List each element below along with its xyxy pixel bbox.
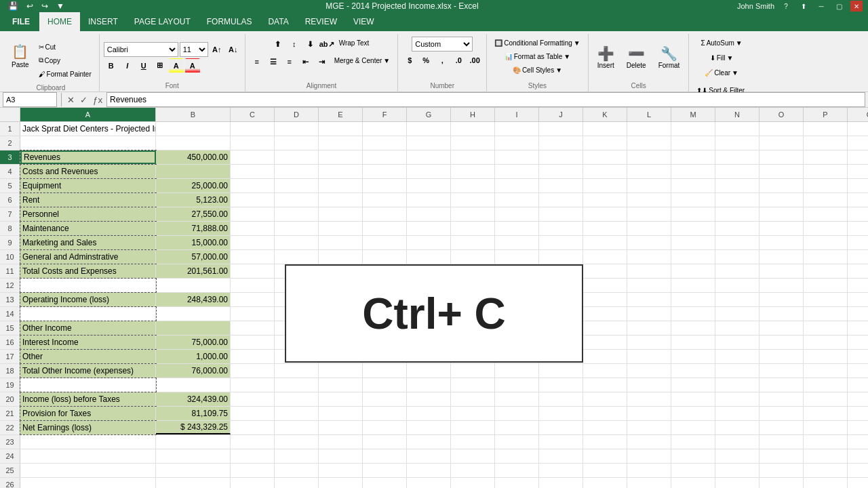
cell-q14[interactable] xyxy=(848,307,868,321)
cell-k10[interactable] xyxy=(583,250,627,264)
cell-c9[interactable] xyxy=(231,236,275,249)
cell-n9[interactable] xyxy=(715,236,760,249)
col-header-d[interactable]: D xyxy=(275,108,319,121)
cell-q15[interactable] xyxy=(848,321,868,335)
insert-function-button[interactable]: ƒx xyxy=(92,94,104,106)
cell-i5[interactable] xyxy=(495,179,539,192)
col-header-e[interactable]: E xyxy=(319,108,363,121)
cell-m22[interactable] xyxy=(671,421,715,434)
cell-c19[interactable] xyxy=(231,378,275,392)
cell-c8[interactable] xyxy=(231,222,275,235)
cell-f19[interactable] xyxy=(363,378,407,392)
cell-q4[interactable] xyxy=(848,165,868,178)
cell-q22[interactable] xyxy=(848,421,868,434)
cell-q10[interactable] xyxy=(848,250,868,264)
cell-a15[interactable]: Other Income xyxy=(20,321,156,335)
col-header-g[interactable]: G xyxy=(407,108,451,121)
cell-f8[interactable] xyxy=(363,222,407,235)
cell-n24[interactable] xyxy=(715,449,760,463)
cell-m17[interactable] xyxy=(671,350,715,363)
cell-a12[interactable] xyxy=(20,279,156,292)
cell-c22[interactable] xyxy=(231,421,275,434)
cell-n12[interactable] xyxy=(715,279,760,292)
cell-k4[interactable] xyxy=(583,165,627,178)
cell-j4[interactable] xyxy=(539,165,583,178)
cell-p3[interactable] xyxy=(804,150,848,164)
cell-n23[interactable] xyxy=(715,435,760,449)
cell-i20[interactable] xyxy=(495,392,539,406)
cell-l19[interactable] xyxy=(627,378,671,392)
cell-i4[interactable] xyxy=(495,165,539,178)
cell-l5[interactable] xyxy=(627,179,671,192)
col-header-h[interactable]: H xyxy=(451,108,495,121)
cell-b6[interactable]: 5,123.00 xyxy=(156,193,231,207)
cell-e2[interactable] xyxy=(319,136,363,150)
cell-q13[interactable] xyxy=(848,293,868,306)
cell-e4[interactable] xyxy=(319,165,363,178)
cell-d21[interactable] xyxy=(275,407,319,420)
cell-p13[interactable] xyxy=(804,293,848,306)
number-format-select[interactable]: Custom General Number Currency Accountin… xyxy=(412,37,473,52)
cell-c6[interactable] xyxy=(231,193,275,207)
cell-m20[interactable] xyxy=(671,392,715,406)
cell-k19[interactable] xyxy=(583,378,627,392)
cell-d18[interactable] xyxy=(275,364,319,378)
paste-button[interactable]: 📋 Paste xyxy=(7,37,34,75)
cell-p20[interactable] xyxy=(804,392,848,406)
cell-i9[interactable] xyxy=(495,236,539,249)
cell-o7[interactable] xyxy=(760,207,804,221)
cell-o12[interactable] xyxy=(760,279,804,292)
col-header-i[interactable]: I xyxy=(495,108,539,121)
cell-m14[interactable] xyxy=(671,307,715,321)
cell-o6[interactable] xyxy=(760,193,804,207)
cell-m10[interactable] xyxy=(671,250,715,264)
cell-p8[interactable] xyxy=(804,222,848,235)
cell-g10[interactable] xyxy=(407,250,451,264)
cell-c1[interactable] xyxy=(231,122,275,136)
cell-m15[interactable] xyxy=(671,321,715,335)
cell-n3[interactable] xyxy=(715,150,760,164)
cell-a23[interactable] xyxy=(20,435,156,449)
cell-a17[interactable]: Other xyxy=(20,350,156,363)
cell-e3[interactable] xyxy=(319,150,363,164)
cell-q17[interactable] xyxy=(848,350,868,363)
cell-l2[interactable] xyxy=(627,136,671,150)
cell-m16[interactable] xyxy=(671,336,715,349)
cell-b24[interactable] xyxy=(156,449,231,463)
cell-l6[interactable] xyxy=(627,193,671,207)
cell-f1[interactable] xyxy=(363,122,407,136)
cell-g8[interactable] xyxy=(407,222,451,235)
cell-e23[interactable] xyxy=(319,435,363,449)
cell-l14[interactable] xyxy=(627,307,671,321)
cell-l20[interactable] xyxy=(627,392,671,406)
cell-p11[interactable] xyxy=(804,264,848,278)
row-number[interactable]: 10 xyxy=(0,250,20,264)
cell-l7[interactable] xyxy=(627,207,671,221)
cell-b11[interactable]: 201,561.00 xyxy=(156,264,231,278)
underline-button[interactable]: U xyxy=(136,58,151,73)
cell-k6[interactable] xyxy=(583,193,627,207)
cell-n17[interactable] xyxy=(715,350,760,363)
cell-b19[interactable] xyxy=(156,378,231,392)
cell-g7[interactable] xyxy=(407,207,451,221)
cell-p5[interactable] xyxy=(804,179,848,192)
cell-b8[interactable]: 71,888.00 xyxy=(156,222,231,235)
row-number[interactable]: 22 xyxy=(0,421,20,434)
cell-n8[interactable] xyxy=(715,222,760,235)
cell-e24[interactable] xyxy=(319,449,363,463)
cell-b2[interactable] xyxy=(156,136,231,150)
cell-l17[interactable] xyxy=(627,350,671,363)
cell-k12[interactable] xyxy=(583,279,627,292)
cell-m4[interactable] xyxy=(671,165,715,178)
format-button[interactable]: 🔧 Format xyxy=(654,39,685,77)
cell-o25[interactable] xyxy=(760,464,804,477)
cell-d9[interactable] xyxy=(275,236,319,249)
col-header-q[interactable]: Q xyxy=(848,108,868,121)
cell-p22[interactable] xyxy=(804,421,848,434)
cell-j20[interactable] xyxy=(539,392,583,406)
cell-a6[interactable]: Rent xyxy=(20,193,156,207)
tab-insert[interactable]: INSERT xyxy=(80,12,126,31)
cell-m3[interactable] xyxy=(671,150,715,164)
cell-d8[interactable] xyxy=(275,222,319,235)
cell-c2[interactable] xyxy=(231,136,275,150)
